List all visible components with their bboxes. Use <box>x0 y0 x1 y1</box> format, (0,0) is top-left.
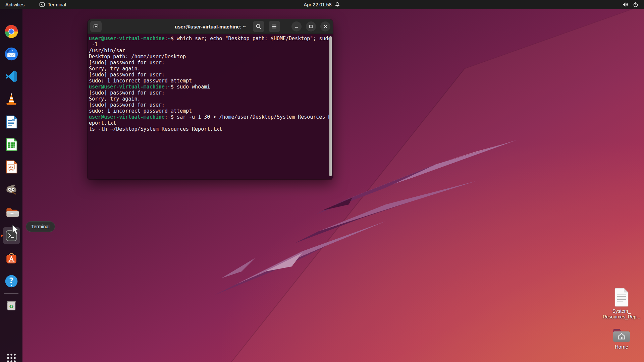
file-label-line2: Resources_Rep... <box>603 314 640 320</box>
terminal-scrollbar[interactable] <box>329 36 332 176</box>
dock-item-libreoffice-impress[interactable] <box>3 159 19 175</box>
dock-tooltip: Terminal <box>26 221 55 232</box>
mouse-cursor <box>11 225 20 235</box>
focused-app-label: Terminal <box>48 2 66 7</box>
home-label: Home <box>615 344 628 350</box>
show-applications-icon <box>4 351 19 362</box>
terminal-body[interactable]: user@user-virtual-machine:~$ which sar; … <box>88 34 333 179</box>
volume-icon[interactable] <box>622 1 629 8</box>
new-tab-icon <box>92 23 100 30</box>
dock-item-ubuntu-software[interactable] <box>3 250 19 266</box>
top-bar: Activities Terminal Apr 22 01:58 <box>0 0 644 9</box>
dock-item-files[interactable] <box>3 204 19 221</box>
focused-app-menu[interactable]: Terminal <box>39 0 66 9</box>
terminal-mini-icon <box>39 2 45 7</box>
dock-item-help[interactable]: ? <box>3 273 19 289</box>
close-button[interactable] <box>320 21 330 32</box>
trash-icon: ♻ <box>4 298 19 313</box>
notifications-bell-icon <box>335 2 340 7</box>
menu-button[interactable] <box>269 21 280 32</box>
desktop-icon-report-file[interactable]: System_ Resources_Rep... <box>601 288 642 320</box>
maximize-icon <box>309 24 313 29</box>
terminal-output: user@user-virtual-machine:~$ which sar; … <box>89 36 328 132</box>
dock-item-trash[interactable]: ♻ <box>3 297 19 313</box>
thunderbird-icon <box>4 47 19 61</box>
window-title: user@user-virtual-machine: ~ <box>175 23 246 29</box>
dock: ? ♻ <box>0 9 22 362</box>
svg-text:♻: ♻ <box>9 304 14 310</box>
files-icon <box>4 205 19 220</box>
google-chrome-icon <box>4 24 19 39</box>
libreoffice-calc-icon <box>4 137 19 152</box>
vlc-icon <box>4 92 19 107</box>
hamburger-menu-icon <box>271 23 278 30</box>
vscode-icon <box>4 69 19 84</box>
clock-label: Apr 22 01:58 <box>304 2 331 7</box>
dock-item-vscode[interactable] <box>3 68 19 84</box>
desktop-icon-home[interactable]: Home <box>601 327 642 350</box>
terminal-window: user@user-virtual-machine: ~ <box>88 19 333 179</box>
desktop: Activities Terminal Apr 22 01:58 <box>0 0 644 362</box>
terminal-running-indicator <box>1 235 3 237</box>
file-label-line1: System_ <box>603 308 640 314</box>
home-folder-icon <box>612 327 631 343</box>
dock-item-vlc[interactable] <box>3 91 19 107</box>
search-button[interactable] <box>253 21 264 32</box>
dock-item-chrome[interactable] <box>3 23 19 40</box>
dock-item-show-applications[interactable] <box>3 350 19 362</box>
libreoffice-impress-icon <box>4 160 19 174</box>
minimize-icon <box>294 24 299 29</box>
dock-item-libreoffice-calc[interactable] <box>3 136 19 153</box>
clock-button[interactable]: Apr 22 01:58 <box>304 0 340 9</box>
terminal-titlebar[interactable]: user@user-virtual-machine: ~ <box>88 19 333 34</box>
new-tab-button[interactable] <box>90 21 102 32</box>
dock-item-thunderbird[interactable] <box>3 46 19 62</box>
minimize-button[interactable] <box>291 21 302 32</box>
maximize-button[interactable] <box>306 21 316 32</box>
svg-text:?: ? <box>9 276 14 285</box>
power-icon[interactable] <box>633 2 639 8</box>
search-icon <box>255 23 262 30</box>
close-icon <box>323 24 328 29</box>
activities-button[interactable]: Activities <box>0 0 30 9</box>
dock-item-libreoffice-writer[interactable] <box>3 114 19 130</box>
text-file-icon <box>613 288 630 307</box>
libreoffice-writer-icon <box>4 115 19 129</box>
help-icon: ? <box>4 274 19 289</box>
dock-divider <box>4 293 18 294</box>
ubuntu-software-icon <box>4 251 19 266</box>
gimp-icon <box>4 182 19 197</box>
dock-item-gimp[interactable] <box>3 181 19 197</box>
